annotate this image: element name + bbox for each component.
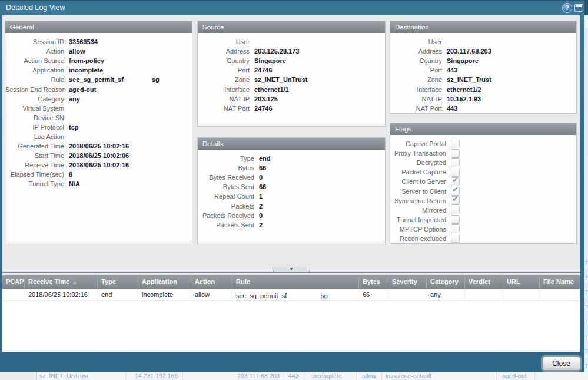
panel-details-header: Details <box>198 138 385 150</box>
field-value: 66 <box>259 164 266 171</box>
field-value: 0 <box>259 212 263 219</box>
cell-text: allow <box>195 291 210 298</box>
flag-label: Recon excluded <box>390 235 451 242</box>
flag-label: Client to Server <box>390 178 451 185</box>
column-header-rule[interactable]: Rule <box>232 275 359 289</box>
field-row-address: Address203.125.28.173 <box>198 47 385 56</box>
background-row-text: intrazone-default <box>386 372 431 380</box>
field-value: 443 <box>447 105 457 112</box>
checkbox-checked[interactable]: ✔ <box>451 196 460 205</box>
field-row-interface: Interfaceethernet1/1 <box>198 84 385 94</box>
field-row-zone: Zonesz_INET_Trust <box>390 75 576 84</box>
panel-flags-body: Captive PortalProxy TransactionDecrypted… <box>390 135 576 243</box>
cell-text-2: sg <box>321 292 328 299</box>
column-header-category[interactable]: Category <box>427 275 465 289</box>
popout-icon[interactable] <box>574 4 583 12</box>
column-header-application[interactable]: Application <box>138 275 191 289</box>
flag-row-tunnel-inspected: Tunnel Inspected <box>390 215 576 224</box>
close-button[interactable]: Close <box>542 356 580 371</box>
field-label: IP Protocol <box>5 124 69 131</box>
field-value: sz_INET_Trust <box>447 76 491 83</box>
checkbox-unchecked[interactable] <box>451 215 460 224</box>
column-header-verdict[interactable]: Verdict <box>465 275 503 289</box>
column-header-bytes[interactable]: Bytes <box>359 275 388 289</box>
field-row-tunnel-type: Tunnel TypeN/A <box>5 179 192 189</box>
redacted-area <box>124 76 152 83</box>
field-value: ethernet1/2 <box>447 86 481 93</box>
checkbox-unchecked[interactable] <box>451 234 460 243</box>
column-header-label: Action <box>195 278 215 285</box>
checkmark-icon: ✔ <box>452 194 459 203</box>
help-icon[interactable]: ? <box>562 3 572 13</box>
checkbox-unchecked[interactable] <box>451 224 460 233</box>
flag-row-symmetric-return: Symmetric Return✔ <box>390 196 576 206</box>
column-header-receive-time[interactable]: Receive Time▲ <box>25 275 98 289</box>
background-row-text: aged-out <box>502 372 526 380</box>
background-edge-text: 7 <box>584 334 588 341</box>
dialog-title: Detailed Log View <box>6 4 65 12</box>
field-label: Session ID <box>5 38 69 45</box>
dialog-content: General Session ID33563534ActionallowAct… <box>2 15 580 352</box>
field-value: 33563534 <box>69 38 98 45</box>
field-label: Log Action <box>5 133 69 140</box>
field-label: Session End Reason <box>5 86 69 93</box>
flag-row-mirrored: Mirrored <box>390 206 576 215</box>
column-header-label: Rule <box>236 278 250 285</box>
background-row-text: incomplete <box>312 372 342 380</box>
log-row[interactable]: 2018/06/25 10:02:16endincompleteallowsec… <box>2 289 580 301</box>
flag-row-recon-excluded: Recon excluded <box>390 234 576 243</box>
column-header-file-name[interactable]: File Name <box>540 275 580 289</box>
field-label: NAT IP <box>198 95 254 103</box>
background-right-strip: 77777777 <box>584 0 588 380</box>
flag-row-captive-portal: Captive Portal <box>390 139 576 148</box>
background-column-divider <box>356 372 357 380</box>
checkbox-unchecked[interactable] <box>451 158 460 167</box>
background-edge-text: 7 <box>584 349 588 355</box>
checkmark-icon: ✔ <box>452 185 459 194</box>
field-label: Tunnel Type <box>5 180 69 187</box>
log-table-body: 2018/06/25 10:02:16endincompleteallowsec… <box>2 289 580 301</box>
field-row-device-sn: Device SN <box>5 113 192 123</box>
flag-label: MPTCP Options <box>390 226 451 233</box>
column-header-type[interactable]: Type <box>98 275 138 289</box>
column-header-label: Severity <box>392 278 417 285</box>
flag-row-packet-capture: Packet Capture <box>390 167 576 177</box>
field-value: 2018/06/25 10:02:16 <box>69 161 129 168</box>
cell-text: incomplete <box>142 291 173 298</box>
field-label: Country <box>198 57 254 64</box>
splitter-handle[interactable]: ▼ <box>273 267 310 272</box>
checkbox-unchecked[interactable] <box>451 149 460 158</box>
field-row-zone: Zonesz_INET_UnTrust <box>198 75 385 84</box>
column-header-label: URL <box>507 278 520 285</box>
field-value: 2018/06/25 10:02:06 <box>69 152 129 159</box>
cell-text: 66 <box>363 291 370 298</box>
field-value: incomplete <box>69 67 103 74</box>
field-label: Virtual System <box>5 105 69 112</box>
column-header-severity[interactable]: Severity <box>388 275 427 289</box>
field-row-bytes: Bytes66 <box>198 163 385 173</box>
field-row-nat-ip: NAT IP203.125 <box>198 94 385 104</box>
field-label: Address <box>198 48 254 55</box>
field-row-user: User <box>198 37 385 47</box>
field-row-bytes-received: Bytes Received0 <box>198 173 385 182</box>
column-header-pcap[interactable]: PCAP <box>2 275 25 289</box>
checkbox-unchecked[interactable] <box>451 206 460 214</box>
field-row-virtual-system: Virtual System <box>5 104 192 113</box>
field-value: 203.117.68.203 <box>447 48 491 55</box>
cell-receive-time: 2018/06/25 10:02:16 <box>25 289 98 300</box>
background-column-divider <box>304 372 304 380</box>
background-edge-text: 7 <box>584 319 588 326</box>
flag-label: Tunnel Inspected <box>390 216 451 223</box>
field-value: N/A <box>69 180 80 187</box>
field-label: Start Time <box>5 152 69 159</box>
panel-destination-body: UserAddress203.117.68.203CountrySingapor… <box>390 33 576 113</box>
background-row-text: 203.117.68.203 <box>237 372 280 380</box>
field-label: Receive Time <box>5 161 69 168</box>
column-header-action[interactable]: Action <box>191 275 232 289</box>
column-header-url[interactable]: URL <box>503 275 540 289</box>
field-label: User <box>390 38 447 45</box>
field-row-start-time: Start Time2018/06/25 10:02:06 <box>5 151 192 160</box>
cell-text: any <box>430 291 441 298</box>
checkbox-unchecked[interactable] <box>451 140 460 148</box>
field-row-generated-time: Generated Time2018/06/25 10:02:16 <box>5 141 192 151</box>
